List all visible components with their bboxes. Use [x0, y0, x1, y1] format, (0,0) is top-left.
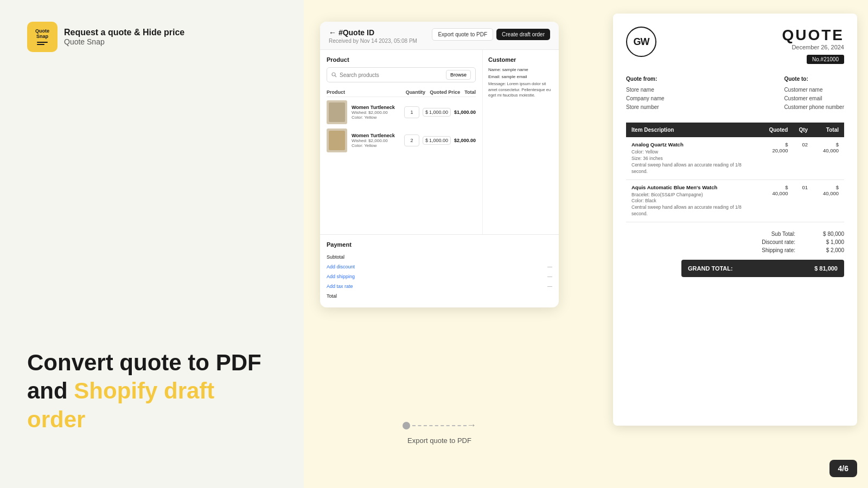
header-buttons: Export quote to PDF Create draft order	[432, 28, 550, 41]
currency-symbol-1: $	[425, 110, 428, 115]
currency-symbol-2: $	[425, 138, 428, 143]
pdf-from-line-2: Company name	[626, 94, 665, 103]
export-pdf-button[interactable]: Export quote to PDF	[432, 28, 493, 41]
pdf-col-item: Item Description	[626, 123, 763, 137]
app-logo: Quote Snap	[27, 22, 58, 52]
table-row: Women Turtleneck Wished: $2,000.00 Color…	[327, 129, 476, 152]
export-section: → Export quote to PDF	[320, 420, 559, 445]
price-value-2: 1,000.00	[429, 138, 448, 143]
product-wished-1: Wished: $2,000.00	[352, 110, 401, 115]
logo-line-2	[37, 44, 44, 45]
sub-total-label: Sub Total:	[736, 231, 795, 237]
discount-label: Discount rate:	[736, 239, 795, 245]
pdf-col-total: Total	[813, 123, 844, 137]
price-value-1: 1,000.00	[429, 110, 448, 115]
pdf-from: Quote from: Store name Company name Stor…	[626, 75, 665, 112]
search-icon	[331, 72, 337, 78]
pdf-col-qty: Qty	[793, 123, 813, 137]
product-image-2	[327, 129, 347, 152]
svg-point-0	[332, 73, 335, 76]
pdf-date: December 26, 2024	[782, 44, 844, 50]
app-name-area: Request a quote & Hide price Quote Snap	[64, 28, 184, 46]
add-tax-button[interactable]: Add tax rate	[327, 284, 353, 289]
pdf-title-area: QUOTE December 26, 2024 No.#21000	[782, 27, 844, 64]
dot-start	[403, 422, 410, 429]
item-2-quoted: $ 40,000	[763, 179, 794, 222]
col-quantity: Quantity	[406, 89, 426, 95]
product-color-1: Color: Yellow	[352, 115, 401, 120]
product-wished-2: Wished: $2,000.00	[352, 138, 401, 143]
customer-section-label: Customer	[488, 56, 553, 63]
item-1-quoted: $ 20,000	[763, 137, 794, 179]
customer-name-field: Name: sample name	[488, 67, 553, 72]
quote-body: Product Browse Product Quantity Quoted P…	[320, 50, 559, 234]
discount-row: Add discount —	[327, 262, 552, 272]
add-discount-button[interactable]: Add discount	[327, 264, 355, 269]
pdf-from-to: Quote from: Store name Company name Stor…	[626, 75, 844, 112]
pdf-logo-text: GW	[634, 36, 649, 48]
customer-section: Customer Name: sample name Email: sample…	[483, 50, 559, 234]
pdf-to-line-2: Customer email	[784, 94, 844, 103]
export-animation: →	[403, 420, 476, 431]
shipping-value: $ 2,000	[806, 247, 844, 253]
sub-total-row: Sub Total: $ 80,000	[736, 231, 844, 237]
pdf-logo: GW	[626, 27, 656, 57]
product-info-1: Women Turtleneck Wished: $2,000.00 Color…	[352, 105, 401, 120]
payment-label: Payment	[327, 241, 552, 248]
quote-window: ← #Quote ID Received by Nov 14 2023, 05:…	[320, 22, 559, 307]
pdf-totals: Sub Total: $ 80,000 Discount rate: $ 1,0…	[626, 231, 844, 277]
item-2-qty: 01	[793, 179, 813, 222]
customer-email-field: Email: sample email	[488, 74, 553, 79]
total-value-2: $2,000.00	[454, 138, 476, 143]
price-box-1: $ 1,000.00	[423, 108, 451, 117]
left-section: Quote Snap Request a quote & Hide price …	[0, 0, 304, 488]
create-draft-order-button[interactable]: Create draft order	[496, 29, 550, 40]
add-shipping-button[interactable]: Add shipping	[327, 274, 355, 279]
pdf-document: GW QUOTE December 26, 2024 No.#21000 Quo…	[613, 14, 857, 426]
pdf-from-line-3: Store number	[626, 103, 665, 112]
item-1-desc: Color: Yellow Size: 36 inches Central sw…	[631, 149, 757, 175]
logo-text: Quote Snap	[35, 29, 49, 40]
discount-total-row: Discount rate: $ 1,000	[736, 239, 844, 245]
col-product: Product	[327, 89, 401, 95]
quote-received: Received by Nov 14 2023, 05:08 PM	[329, 38, 417, 44]
total-row: Total	[327, 291, 552, 301]
main-heading: Convert quote to PDF and Shopify draft o…	[27, 349, 277, 434]
arrow-end-icon: →	[467, 420, 476, 431]
heading-line2-plain: and	[27, 378, 74, 403]
product-section: Product Browse Product Quantity Quoted P…	[320, 50, 483, 234]
item-2-cell: Aquis Automatic Blue Men's Watch Bracele…	[626, 179, 763, 222]
quantity-box-1[interactable]: 1	[404, 106, 419, 118]
page-indicator: 4/6	[829, 460, 857, 477]
browse-button[interactable]: Browse	[446, 70, 471, 80]
pdf-number-badge: No.#21000	[807, 55, 844, 64]
pdf-to-line-3: Customer phone number	[784, 103, 844, 112]
product-color-2: Color: Yellow	[352, 143, 401, 148]
product-name-1: Women Turtleneck	[352, 105, 401, 110]
header-left: ← #Quote ID Received by Nov 14 2023, 05:…	[329, 28, 417, 44]
pdf-to: Quote to: Customer name Customer email C…	[784, 75, 844, 112]
pdf-header: GW QUOTE December 26, 2024 No.#21000	[626, 27, 844, 64]
subtotal-label: Subtotal	[327, 254, 344, 260]
pdf-title: QUOTE	[782, 27, 844, 44]
product-section-label: Product	[327, 56, 476, 63]
quote-window-header: ← #Quote ID Received by Nov 14 2023, 05:…	[320, 22, 559, 50]
logo-area: Quote Snap Request a quote & Hide price …	[27, 22, 277, 52]
item-2-desc: Bracelet: Bico(SS&IP Champagne) Color: B…	[631, 192, 757, 218]
payment-section: Payment Subtotal Add discount — Add ship…	[320, 234, 559, 307]
quantity-box-2[interactable]: 2	[404, 134, 419, 146]
tax-row: Add tax rate —	[327, 281, 552, 291]
pdf-from-label: Quote from:	[626, 75, 665, 84]
item-1-total: $ 40,000	[813, 137, 844, 179]
search-bar[interactable]: Browse	[327, 67, 476, 82]
pdf-table: Item Description Quoted Qty Total Analog…	[626, 123, 844, 222]
export-label: Export quote to PDF	[407, 436, 471, 445]
discount-value: $ 1,000	[806, 239, 844, 245]
product-name-2: Women Turtleneck	[352, 133, 401, 138]
col-quoted-price: Quoted Price	[430, 89, 460, 95]
grand-total-value: $ 81,000	[814, 265, 838, 272]
customer-message: Message: Lorem ipsum dolor sit amet cons…	[488, 81, 553, 99]
product-img-inner-2	[329, 131, 345, 150]
search-input[interactable]	[340, 72, 443, 78]
pdf-from-line-1: Store name	[626, 86, 665, 94]
